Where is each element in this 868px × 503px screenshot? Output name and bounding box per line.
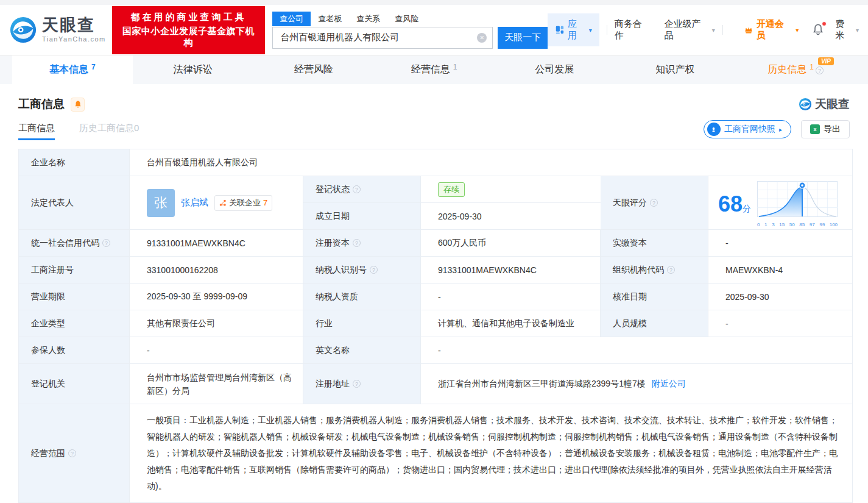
table-row: 营业期限 2025-09-30 至 9999-09-09 纳税人资质 - 核准日… (19, 284, 852, 310)
search-input[interactable] (272, 27, 493, 49)
approval-date-label: 核准日期 (601, 284, 708, 310)
taxpayer-qualification-label: 纳税人资质 (303, 284, 421, 310)
status-badge: 存续 (438, 182, 465, 197)
industry-value: 计算机、通信和其他电子设备制造业 (421, 310, 601, 337)
nav-open-vip[interactable]: 开通会员 ▾ (744, 18, 799, 41)
industry-label: 行业 (303, 310, 421, 337)
tab-history-info[interactable]: VIP 历史信息 1 ? (735, 55, 856, 84)
related-label: 关联企业 (229, 198, 261, 209)
tianyancha-swirl-icon (9, 16, 37, 44)
tab-label: 法律诉讼 (174, 63, 213, 76)
establish-date-label: 成立日期 (303, 203, 421, 230)
nav-cooperation[interactable]: 商务合作 (615, 18, 651, 41)
english-name-label: 英文名称 (303, 337, 421, 364)
taxpayer-id-label: 纳税人识别号 ? (303, 257, 421, 284)
related-count: 7 (263, 198, 267, 207)
table-row: 企业类型 其他有限责任公司 行业 计算机、通信和其他电子设备制造业 人员规模 - (19, 310, 852, 337)
staff-size-value: - (708, 310, 852, 337)
help-icon[interactable]: ? (353, 239, 361, 247)
notification-dot (822, 21, 827, 26)
search-tab-company[interactable]: 查公司 (272, 12, 311, 26)
search-tab-boss[interactable]: 查老板 (311, 12, 349, 26)
nav-cooperation-label: 商务合作 (615, 18, 651, 41)
crown-icon (744, 25, 753, 35)
org-code-value: MAEWXKBN-4 (708, 257, 852, 284)
company-type-value: 其他有限责任公司 (130, 310, 303, 337)
vip-badge: VIP (818, 57, 834, 65)
establish-date-value: 2025-09-30 (421, 203, 601, 230)
header: 天眼查 TianYanCha.com 都在用的商业查询工具 国家中小企业发展子基… (0, 5, 868, 55)
help-icon[interactable]: ? (370, 266, 378, 274)
tab-label: 经营风险 (294, 63, 333, 76)
help-icon[interactable]: ? (667, 266, 675, 274)
logo-name: 天眼查 (42, 17, 106, 34)
score-distribution-chart[interactable]: 0 1 3 15 50 85 97 99 100 (757, 181, 838, 227)
legal-rep-cell: 张 张启斌 关联企业 7 (130, 176, 303, 230)
help-icon[interactable]: ? (816, 66, 824, 74)
registered-address-value: 浙江省台州市台州湾新区三甲街道海城路2399号1幢7楼 附近公司 (421, 364, 852, 404)
username: 费米 (835, 18, 853, 41)
table-row: 参保人数 - 英文名称 - (19, 337, 852, 364)
approval-date-value: 2025-09-30 (708, 284, 852, 310)
chevron-down-icon: ▾ (796, 27, 799, 34)
bell-curve-chart (757, 181, 838, 221)
org-code-label: 组织机构代码 ? (601, 257, 708, 284)
search-tab-relation[interactable]: 查关系 (349, 12, 387, 26)
table-row: 法定代表人 张 张启斌 关联企业 7 登记状态 ? (19, 176, 852, 230)
nav-enterprise[interactable]: 企业级产品 ▾ (664, 18, 715, 41)
top-nav: 应用 ▾ 商务合作 企业级产品 ▾ 开通会员 ▾ 费米 (548, 13, 859, 46)
business-term-label: 营业期限 (19, 284, 130, 310)
table-row: 统一社会信用代码 ? 91331001MAEWXKBN4C 注册资本 ? 600… (19, 230, 852, 257)
help-icon[interactable]: ? (68, 449, 76, 457)
official-snapshot-button[interactable]: 工商官网快照 ▸ (704, 120, 791, 138)
tab-operation-info[interactable]: 经营信息 1 (374, 55, 495, 84)
nav-apps-label: 应用 (568, 18, 586, 41)
registration-number-label: 工商注册号 (19, 257, 130, 284)
tab-intellectual-property[interactable]: 知识产权 (615, 55, 735, 84)
slogan-line2: 国家中小企业发展子基金旗下机构 (118, 26, 259, 49)
legal-rep-name-link[interactable]: 张启斌 (181, 197, 208, 209)
nearby-companies-link[interactable]: 附近公司 (652, 379, 686, 390)
company-tabbar: 基本信息 7 法律诉讼 经营风险 经营信息 1 公司发展 知识产权 VIP 历史… (0, 55, 868, 84)
brand-slogan-badge: 都在用的商业查询工具 国家中小企业发展子基金旗下机构 (112, 6, 265, 54)
tab-legal-litigation[interactable]: 法律诉讼 (133, 55, 253, 84)
search-tabs: 查公司 查老板 查关系 查风险 (272, 12, 548, 26)
nav-apps[interactable]: 应用 ▾ (548, 13, 599, 46)
search-button[interactable]: 天眼一下 (498, 27, 548, 49)
taxpayer-qualification-value: - (421, 284, 601, 310)
divider (607, 25, 607, 35)
apps-grid-icon (555, 25, 565, 35)
paid-in-capital-label: 实缴资本 (601, 230, 708, 257)
clear-search-icon[interactable]: ✕ (477, 33, 487, 43)
registered-capital-value: 600万人民币 (421, 230, 601, 257)
tianyancha-logo[interactable]: 天眼查 TianYanCha.com (9, 16, 106, 44)
related-companies-tag[interactable]: 关联企业 7 (214, 195, 272, 211)
help-icon[interactable]: ? (650, 199, 658, 207)
help-icon[interactable]: ? (353, 185, 361, 193)
tab-label: 经营信息 (411, 63, 450, 76)
search-tab-risk[interactable]: 查风险 (387, 12, 426, 26)
reg-status-cell: 存续 (421, 176, 601, 203)
export-button[interactable]: x 导出 (801, 120, 850, 138)
table-row: 企业名称 台州百银通用机器人有限公司 (19, 149, 852, 176)
avatar[interactable]: 张 (147, 189, 175, 217)
help-icon[interactable]: ? (353, 380, 361, 388)
registered-address-label: 注册地址 ? (303, 364, 421, 404)
monitor-bell-button[interactable] (71, 98, 85, 112)
tab-company-development[interactable]: 公司发展 (494, 55, 615, 84)
paid-in-capital-value: - (708, 230, 852, 257)
subtab-history-business-info[interactable]: 历史工商信息0 (79, 123, 139, 140)
nav-user[interactable]: 费米 ▾ (835, 18, 859, 41)
help-icon[interactable]: ? (102, 239, 110, 247)
chevron-down-icon: ▾ (712, 27, 715, 34)
table-row: 登记机关 台州市市场监督管理局台州湾新区（高新区）分局 注册地址 ? 浙江省台州… (19, 364, 852, 404)
tab-basic-info[interactable]: 基本信息 7 (12, 55, 133, 84)
score-value: 68 (718, 191, 743, 216)
notification-bell[interactable] (812, 23, 824, 37)
subtab-business-info[interactable]: 工商信息 (18, 123, 55, 140)
registration-number-value: 331001000162208 (130, 257, 303, 284)
tab-count: 1 (453, 63, 457, 71)
tab-operation-risk[interactable]: 经营风险 (253, 55, 374, 84)
tianyancha-watermark: 天眼查 (799, 96, 850, 112)
export-label: 导出 (824, 124, 841, 135)
